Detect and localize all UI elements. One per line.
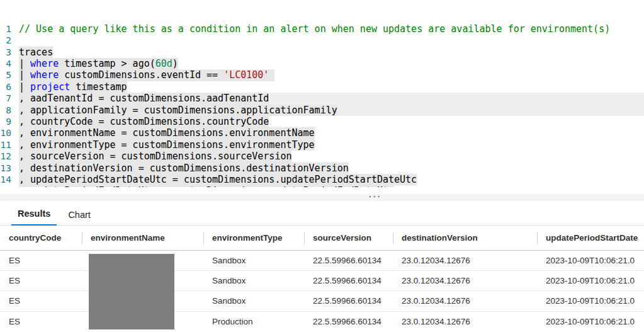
cell-destinationversion: 23.0.12034.12676: [393, 317, 537, 326]
cell-environmenttype: Production: [203, 317, 304, 326]
cell-updateperiodstartdate: 2023-10-09T10:06:21.0: [537, 256, 644, 265]
selection-highlight: , environmentName = customDimensions.env…: [19, 127, 315, 139]
splitter-grip-icon: ···: [369, 192, 382, 201]
line-content: traces: [19, 47, 53, 58]
column-header-sourceversion[interactable]: sourceVersion: [304, 226, 393, 250]
column-header-environmentname[interactable]: environmentName: [82, 226, 203, 250]
cell-sourceversion: 22.5.59966.60134: [304, 296, 393, 306]
line-content: | where timestamp > ago(60d): [19, 58, 178, 69]
redacted-environment-name-overlay: [89, 254, 174, 329]
line-content: , updatePeriodEndDateUtc = customDimensi…: [19, 185, 394, 187]
token-plain: , applicationFamily = customDimensions.a…: [19, 105, 337, 116]
cell-updateperiodstartdate: 2023-10-09T10:06:21.0: [537, 296, 644, 306]
cell-sourceversion: 22.5.59966.60134: [304, 256, 393, 265]
token-plain: ): [172, 58, 178, 69]
line-content: , environmentName = customDimensions.env…: [19, 127, 315, 139]
cell-countrycode: ES: [0, 276, 82, 285]
selection-highlight: , environmentType = customDimensions.env…: [19, 139, 315, 151]
code-line: 12, sourceVersion = customDimensions.sou…: [0, 151, 644, 162]
token-keyword: project: [30, 81, 70, 93]
cell-updateperiodstartdate: 2023-10-09T10:06:21.0: [537, 276, 644, 285]
code-line: 3traces: [0, 47, 644, 58]
line-content: | where customDimensions.eventId == 'LC0…: [19, 69, 274, 81]
token-plain: timestamp > ago(: [59, 58, 155, 69]
line-number: 2: [0, 35, 11, 46]
token-plain: , environmentName = customDimensions.env…: [19, 127, 315, 139]
token-plain: , sourceVersion = customDimensions.sourc…: [19, 151, 291, 162]
line-content: , environmentType = customDimensions.env…: [19, 139, 315, 151]
line-number: 14: [0, 174, 11, 185]
selection-highlight: | project timestamp: [19, 81, 127, 93]
code-line: 4| where timestamp > ago(60d): [0, 58, 644, 69]
column-header-environmenttype[interactable]: environmentType: [203, 226, 304, 250]
selection-highlight: , destinationVersion = customDimensions.…: [19, 163, 349, 174]
code-line: 9, countryCode = customDimensions.countr…: [0, 116, 644, 127]
code-line: 2: [0, 35, 644, 46]
cell-environmenttype: Sandbox: [203, 296, 304, 306]
token-keyword: where: [30, 69, 59, 81]
cell-environmenttype: Sandbox: [203, 276, 304, 285]
line-number: 15: [0, 185, 11, 187]
selection-highlight: , aadTenantId = customDimensions.aadTena…: [19, 93, 269, 104]
selection-highlight: , applicationFamily = customDimensions.a…: [19, 105, 337, 116]
column-header-countrycode[interactable]: countryCode: [0, 226, 82, 250]
line-number: 12: [0, 151, 11, 162]
token-number: 60d: [155, 58, 172, 69]
cell-sourceversion: 22.5.59966.60134: [304, 276, 393, 285]
token-plain: , destinationVersion = customDimensions.…: [19, 163, 349, 174]
cell-destinationversion: 23.0.12034.12676: [393, 296, 537, 306]
line-number: 8: [0, 105, 11, 116]
line-number: 1: [0, 23, 11, 35]
line-number: 6: [0, 81, 11, 93]
code-line: 11, environmentType = customDimensions.e…: [0, 139, 644, 151]
token-plain: , updatePeriodStartDateUtc = customDimen…: [19, 174, 417, 185]
line-number: 3: [0, 47, 11, 58]
column-header-destinationversion[interactable]: destinationVersion: [393, 226, 537, 250]
token-plain: [269, 69, 274, 81]
code-lines: 1// Use a query like this as a condition…: [0, 23, 644, 187]
cell-environmenttype: Sandbox: [203, 256, 304, 265]
selection-highlight: , sourceVersion = customDimensions.sourc…: [19, 151, 291, 162]
code-line: 5| where customDimensions.eventId == 'LC…: [0, 69, 644, 81]
token-plain: , environmentType = customDimensions.env…: [19, 139, 315, 151]
column-header-updateperiodstartdate[interactable]: updatePeriodStartDate: [537, 226, 644, 250]
token-plain: timestamp: [70, 81, 127, 93]
code-line: 7, aadTenantId = customDimensions.aadTen…: [0, 93, 644, 104]
line-content: , applicationFamily = customDimensions.a…: [19, 105, 644, 116]
code-line: 6| project timestamp: [0, 81, 644, 93]
line-content: , sourceVersion = customDimensions.sourc…: [19, 151, 291, 162]
cell-sourceversion: 22.5.59966.60134: [304, 317, 393, 326]
line-number: 4: [0, 58, 11, 69]
line-number: 9: [0, 116, 11, 127]
selection-highlight: | where customDimensions.eventId == 'LC0…: [19, 69, 274, 81]
pane-splitter[interactable]: ···: [0, 194, 644, 201]
line-content: , updatePeriodStartDateUtc = customDimen…: [19, 174, 417, 185]
code-line: 8, applicationFamily = customDimensions.…: [0, 105, 644, 116]
results-grid-header: countryCode environmentName environmentT…: [0, 226, 644, 251]
code-line: 10, environmentName = customDimensions.e…: [0, 127, 644, 139]
line-content: | project timestamp: [19, 81, 127, 93]
token-plain: , updatePeriodEndDateUtc = customDimensi…: [19, 185, 394, 187]
line-number: 7: [0, 93, 11, 104]
token-keyword: where: [30, 58, 59, 69]
query-editor[interactable]: 1// Use a query like this as a condition…: [0, 0, 644, 187]
code-line: 13, destinationVersion = customDimension…: [0, 163, 644, 174]
token-plain: |: [19, 58, 30, 69]
line-number: 10: [0, 127, 11, 139]
token-plain: customDimensions.eventId ==: [59, 69, 223, 81]
token-comment: // Use a query like this as a condition …: [19, 23, 610, 35]
selection-highlight: , countryCode = customDimensions.country…: [19, 116, 269, 127]
line-number: 13: [0, 163, 11, 174]
selection-highlight: traces: [19, 47, 53, 58]
cell-updateperiodstartdate: 2023-10-09T10:06:21.0: [537, 317, 644, 326]
line-number: 5: [0, 69, 11, 81]
line-content: , destinationVersion = customDimensions.…: [19, 163, 349, 174]
code-line: 15, updatePeriodEndDateUtc = customDimen…: [0, 185, 644, 187]
line-number: 11: [0, 139, 11, 151]
token-plain: , countryCode = customDimensions.country…: [19, 116, 269, 127]
tab-results[interactable]: Results: [11, 209, 57, 226]
cell-destinationversion: 23.0.12034.12676: [393, 276, 537, 285]
cell-countrycode: ES: [0, 317, 82, 326]
tab-chart[interactable]: Chart: [62, 210, 96, 226]
line-content: , countryCode = customDimensions.country…: [19, 116, 269, 127]
